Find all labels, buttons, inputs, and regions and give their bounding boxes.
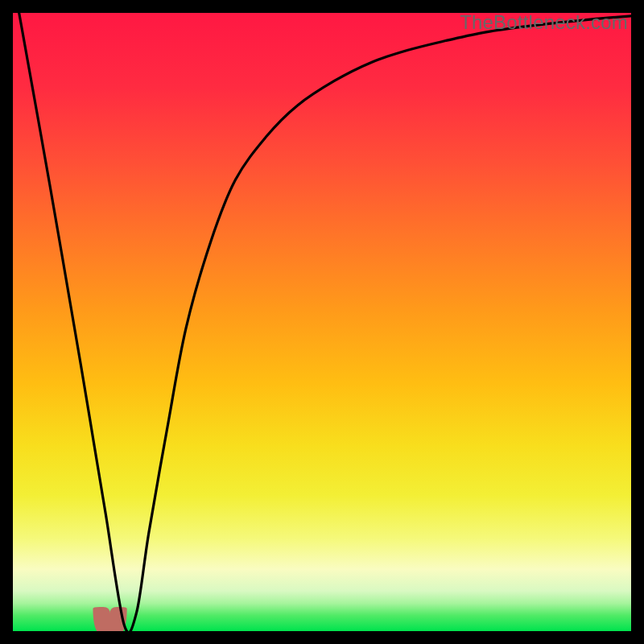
watermark-text: TheBottleneck.com [460,11,628,34]
bottleneck-curve [13,13,631,631]
chart-frame: TheBottleneck.com [13,13,631,631]
